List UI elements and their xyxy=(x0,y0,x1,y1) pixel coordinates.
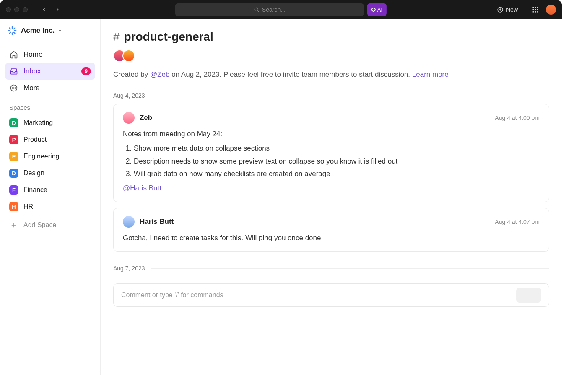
workspace-switcher[interactable]: Acme Inc. ▾ xyxy=(0,19,100,42)
svg-point-0 xyxy=(255,8,258,11)
nav-inbox-label: Inbox xyxy=(23,67,41,75)
message-author: Zeb xyxy=(140,114,152,122)
space-label: Product xyxy=(23,136,47,143)
svg-point-9 xyxy=(535,9,536,10)
space-label: Marketing xyxy=(23,119,53,127)
space-label: Engineering xyxy=(23,153,59,160)
add-space-label: Add Space xyxy=(23,221,56,229)
svg-point-8 xyxy=(532,9,534,10)
mention[interactable]: @Haris Butt xyxy=(123,184,161,192)
message-author: Haris Butt xyxy=(140,218,174,226)
nav-inbox[interactable]: Inbox 9 xyxy=(5,63,95,80)
user-avatar[interactable] xyxy=(546,5,556,15)
more-icon xyxy=(9,83,18,93)
svg-line-1 xyxy=(257,11,259,12)
svg-point-24 xyxy=(13,88,14,88)
svg-line-17 xyxy=(14,32,15,33)
global-search[interactable]: Search... xyxy=(175,3,364,16)
inbox-icon xyxy=(9,67,18,76)
comment-composer[interactable] xyxy=(113,283,549,307)
nav-back-button[interactable] xyxy=(39,5,49,14)
search-placeholder: Search... xyxy=(262,6,286,13)
list-item: Description needs to show some preview t… xyxy=(134,156,540,167)
ai-label: AI xyxy=(377,7,382,13)
date-separator: Aug 4, 2023 xyxy=(113,92,549,99)
space-badge: D xyxy=(9,169,18,178)
nav-home[interactable]: Home xyxy=(5,46,95,63)
svg-line-20 xyxy=(10,32,11,33)
space-badge: F xyxy=(9,185,18,195)
home-icon xyxy=(9,50,18,59)
hash-icon: # xyxy=(113,30,120,44)
space-item[interactable]: DMarketing xyxy=(0,114,100,131)
message-time: Aug 4 at 4:00 pm xyxy=(495,114,540,121)
channel-members[interactable] xyxy=(113,49,549,62)
message-time: Aug 4 at 4:07 pm xyxy=(495,218,540,225)
space-badge: P xyxy=(9,135,18,144)
channel-title: # product-general xyxy=(113,30,549,44)
space-badge: E xyxy=(9,152,18,161)
space-label: Finance xyxy=(23,186,47,194)
message-card[interactable]: Zeb Aug 4 at 4:00 pm Notes from meeting … xyxy=(113,104,549,202)
space-item[interactable]: FFinance xyxy=(0,182,100,198)
space-item[interactable]: PProduct xyxy=(0,131,100,148)
traffic-zoom[interactable] xyxy=(23,7,28,12)
message-body: Notes from meeting on May 24: Show more … xyxy=(123,129,540,194)
nav-more-label: More xyxy=(23,84,40,92)
sidebar: Acme Inc. ▾ Home Inbox 9 More xyxy=(0,19,101,375)
divider xyxy=(525,5,525,14)
space-label: Design xyxy=(23,169,44,177)
space-label: HR xyxy=(23,203,33,210)
space-item[interactable]: DDesign xyxy=(0,165,100,182)
window-controls xyxy=(6,7,28,12)
traffic-close[interactable] xyxy=(6,7,11,12)
member-avatar[interactable] xyxy=(122,49,135,62)
channel-content: # product-general Created by @Zeb on Aug… xyxy=(101,19,562,375)
creator-mention[interactable]: @Zeb xyxy=(150,70,170,78)
svg-point-5 xyxy=(532,7,534,8)
svg-point-6 xyxy=(535,7,536,8)
nav-forward-button[interactable] xyxy=(53,5,62,14)
send-button[interactable] xyxy=(516,288,541,303)
ai-button[interactable]: AI xyxy=(367,3,387,16)
spaces-section-label: Spaces xyxy=(0,96,100,114)
nav-more[interactable]: More xyxy=(5,80,95,96)
date-separator: Aug 7, 2023 xyxy=(113,265,549,272)
svg-line-21 xyxy=(14,28,15,29)
list-item: Will grab data on how many checklists ar… xyxy=(134,169,540,179)
message-card[interactable]: Haris Butt Aug 4 at 4:07 pm Gotcha, I ne… xyxy=(113,208,549,252)
ai-icon xyxy=(371,8,376,12)
app-titlebar: Search... AI New xyxy=(0,0,562,19)
inbox-badge: 9 xyxy=(81,67,91,75)
learn-more-link[interactable]: Learn more xyxy=(412,70,449,78)
svg-point-13 xyxy=(537,11,538,13)
plus-icon xyxy=(9,221,18,230)
space-item[interactable]: EEngineering xyxy=(0,148,100,165)
channel-name: product-general xyxy=(124,30,213,44)
comment-input[interactable] xyxy=(121,291,510,299)
svg-line-16 xyxy=(10,28,11,29)
message-avatar[interactable] xyxy=(123,112,135,124)
svg-point-12 xyxy=(535,11,536,13)
search-icon xyxy=(254,7,260,13)
list-item: Show more meta data on collapse sections xyxy=(134,143,540,154)
new-label: New xyxy=(506,6,518,13)
apps-grid-icon[interactable] xyxy=(532,6,539,13)
traffic-minimize[interactable] xyxy=(14,7,19,12)
message-avatar[interactable] xyxy=(123,216,135,228)
svg-point-23 xyxy=(12,88,13,88)
plus-circle-icon xyxy=(497,6,504,13)
channel-description: Created by @Zeb on Aug 2, 2023. Please f… xyxy=(113,70,549,79)
message-body: Gotcha, I need to create tasks for this.… xyxy=(123,233,540,244)
space-item[interactable]: HHR xyxy=(0,198,100,215)
space-badge: D xyxy=(9,118,18,127)
svg-point-10 xyxy=(537,9,538,10)
new-button[interactable]: New xyxy=(497,6,518,13)
chevron-down-icon: ▾ xyxy=(59,28,61,34)
svg-point-11 xyxy=(532,11,534,13)
svg-point-7 xyxy=(537,7,538,8)
add-space-button[interactable]: Add Space xyxy=(0,217,100,234)
space-badge: H xyxy=(9,202,18,211)
svg-point-25 xyxy=(15,88,16,88)
workspace-logo-icon xyxy=(8,26,17,35)
